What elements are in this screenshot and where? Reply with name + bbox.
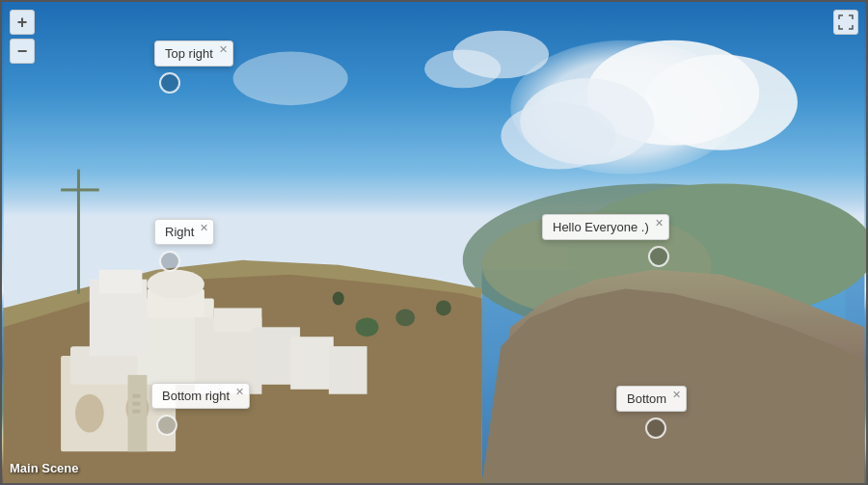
zoom-in-button[interactable]: +: [10, 10, 35, 35]
fullscreen-icon: [838, 14, 854, 30]
tooltip-bottom-text: Bottom: [627, 391, 666, 406]
hotspot-right[interactable]: Right ✕: [159, 251, 180, 272]
tooltip-topright[interactable]: Top right ✕: [154, 40, 233, 67]
tooltip-right-text: Right: [165, 225, 194, 239]
hotspot-topright-marker[interactable]: [159, 72, 180, 94]
zoom-out-button[interactable]: −: [10, 39, 35, 64]
hotspot-right-marker[interactable]: [159, 251, 180, 272]
tooltip-bottomright-text: Bottom right: [162, 389, 230, 403]
hotspot-bottomright-marker[interactable]: [156, 415, 177, 436]
tooltip-bottomright-close[interactable]: ✕: [235, 387, 244, 397]
tooltip-hello-text: Hello Everyone .): [553, 220, 649, 234]
tooltip-bottom-close[interactable]: ✕: [672, 390, 681, 400]
tooltip-topright-text: Top right: [165, 46, 213, 61]
svg-rect-42: [4, 2, 865, 483]
tooltip-bottomright[interactable]: Bottom right ✕: [151, 383, 250, 409]
tooltip-topright-close[interactable]: ✕: [219, 44, 228, 55]
hotspot-topright[interactable]: Top right ✕: [159, 72, 180, 94]
scene-svg: [2, 2, 866, 483]
panorama-viewport[interactable]: + − Top right ✕ Right ✕ Hello Everyone .…: [0, 0, 868, 485]
hotspot-bottom[interactable]: Bottom ✕: [645, 418, 666, 439]
tooltip-bottom[interactable]: Bottom ✕: [616, 386, 687, 412]
hotspot-bottom-marker[interactable]: [645, 418, 666, 439]
fullscreen-button[interactable]: [833, 10, 858, 35]
tooltip-hello[interactable]: Hello Everyone .) ✕: [542, 214, 669, 240]
scene-label: Main Scene: [10, 461, 79, 475]
tooltip-hello-close[interactable]: ✕: [655, 218, 664, 229]
tooltip-right[interactable]: Right ✕: [154, 219, 214, 245]
hotspot-hello-marker[interactable]: [648, 246, 669, 267]
tooltip-right-close[interactable]: ✕: [200, 223, 208, 233]
hotspot-bottomright[interactable]: Bottom right ✕: [156, 415, 177, 436]
hotspot-hello[interactable]: Hello Everyone .) ✕: [648, 246, 669, 267]
